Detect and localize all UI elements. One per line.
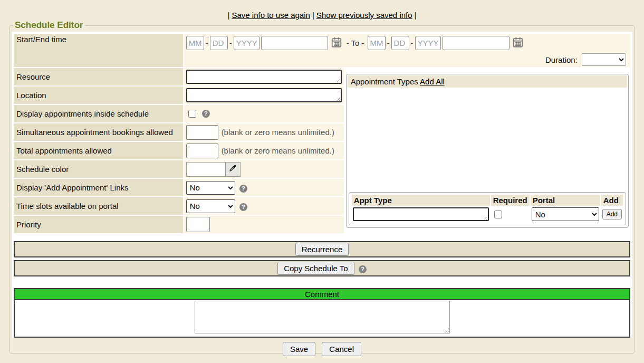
simultaneous-hint: (blank or zero means unlimited.) [222, 128, 334, 137]
comment-body [15, 300, 629, 337]
appointment-types-list [348, 88, 627, 191]
add-cell: Add [601, 207, 623, 222]
date-dash: - [206, 39, 208, 47]
simultaneous-input[interactable] [186, 125, 218, 140]
help-icon[interactable]: ? [202, 110, 210, 118]
schedule-editor-form: Schedule Editor Start/End time - - [9, 20, 635, 354]
location-label: Location [14, 87, 183, 104]
eyedropper-icon [228, 164, 237, 174]
priority-input[interactable] [186, 217, 210, 232]
schedule-color-label: Schedule color [14, 160, 183, 178]
simultaneous-cell: (blank or zero means unlimited.) [184, 123, 344, 141]
total-appointments-input[interactable] [186, 144, 218, 158]
help-icon[interactable]: ? [239, 185, 247, 193]
page-title: Schedule Editor [13, 20, 85, 31]
portal-slots-select[interactable]: No [186, 199, 235, 213]
priority-cell [184, 216, 344, 233]
appt-type-input-cell [352, 207, 490, 222]
separator: | [312, 11, 314, 20]
duration-select[interactable] [582, 53, 626, 66]
save-button[interactable]: Save [283, 342, 315, 356]
display-inside-checkbox[interactable] [188, 110, 196, 118]
start-year-input[interactable] [234, 36, 259, 50]
appointment-types-panel: Appointment Types Add All Appt Type Requ… [346, 74, 629, 228]
resource-input[interactable] [186, 70, 342, 84]
priority-label: Priority [14, 216, 183, 233]
appt-type-input[interactable] [353, 207, 489, 221]
calendar-icon[interactable] [331, 36, 342, 50]
total-appointments-cell: (blank or zero means unlimited.) [184, 142, 344, 159]
start-end-label: Start/End time [14, 34, 183, 67]
show-saved-link[interactable]: Show previously saved info [316, 11, 412, 20]
save-info-link[interactable]: Save info to use again [232, 11, 310, 20]
simultaneous-label: Simultaneous appointment bookings allowe… [14, 123, 183, 141]
appointment-types-title: Appointment Types [351, 77, 418, 86]
start-end-cell: - - [184, 34, 630, 67]
duration-label: Duration: [545, 55, 578, 64]
saved-info-links: |Save info to use again|Show previously … [0, 0, 644, 20]
required-cell [491, 207, 530, 222]
end-day-input[interactable] [391, 36, 409, 50]
appt-portal-select[interactable]: No [532, 207, 599, 221]
help-icon[interactable]: ? [359, 265, 367, 273]
date-dash: - [387, 39, 390, 47]
form-body: Start/End time - - [12, 32, 632, 338]
schedule-color-input[interactable] [186, 162, 225, 177]
display-inside-cell: ? [184, 105, 344, 122]
help-icon[interactable]: ? [239, 203, 247, 211]
portal-cell: No [531, 207, 600, 222]
copy-schedule-button[interactable]: Copy Schedule To [277, 262, 354, 275]
form-actions: Save Cancel [12, 338, 632, 356]
total-hint: (blank or zero means unlimited.) [222, 146, 334, 155]
add-all-link[interactable]: Add All [420, 77, 445, 86]
start-time-input[interactable] [261, 36, 328, 50]
end-month-input[interactable] [368, 36, 386, 50]
portal-header: Portal [531, 195, 600, 206]
required-checkbox[interactable] [494, 211, 502, 218]
separator: | [228, 11, 230, 20]
recurrence-bar: Recurrence [14, 241, 630, 257]
appt-type-add-box: Appt Type Required Portal Add [349, 192, 626, 225]
schedule-fields-table: Start/End time - - [13, 33, 631, 234]
portal-slots-label: Time slots available on portal [14, 197, 183, 215]
start-month-input[interactable] [186, 36, 204, 50]
location-input[interactable] [186, 88, 342, 102]
add-header: Add [601, 195, 623, 206]
location-cell [184, 87, 344, 104]
separator: | [415, 11, 417, 20]
add-links-cell: No ? [184, 179, 344, 196]
appt-type-table: Appt Type Required Portal Add [351, 194, 624, 223]
comment-title: Comment [15, 289, 629, 300]
appointment-types-cell: Appointment Types Add All Appt Type Requ… [345, 68, 630, 233]
add-appt-type-button[interactable]: Add [602, 209, 622, 219]
end-year-input[interactable] [415, 36, 441, 50]
display-inside-label: Display appointments inside schedule [14, 105, 183, 122]
date-dash: - [229, 39, 232, 47]
appt-type-header: Appt Type [352, 195, 490, 206]
add-links-select[interactable]: No [186, 181, 235, 195]
start-day-input[interactable] [210, 36, 228, 50]
total-appointments-label: Total appointments allowed [14, 142, 183, 159]
appointment-types-header: Appointment Types Add All [348, 75, 627, 88]
calendar-icon[interactable] [512, 36, 524, 50]
recurrence-button[interactable]: Recurrence [295, 243, 349, 256]
end-time-input[interactable] [443, 36, 510, 50]
to-label: - To - [347, 39, 364, 47]
comment-textarea[interactable] [195, 301, 450, 333]
date-dash: - [411, 39, 414, 47]
color-picker-button[interactable] [225, 162, 241, 177]
comment-section: Comment [14, 288, 630, 338]
schedule-color-cell [184, 160, 344, 178]
copy-schedule-bar: Copy Schedule To ? [14, 260, 630, 276]
add-links-label: Display 'Add Appointment' Links [14, 179, 183, 196]
required-header: Required [491, 195, 530, 206]
resource-label: Resource [14, 68, 183, 85]
portal-slots-cell: No ? [184, 197, 344, 215]
resource-cell [184, 68, 344, 85]
cancel-button[interactable]: Cancel [322, 342, 361, 356]
